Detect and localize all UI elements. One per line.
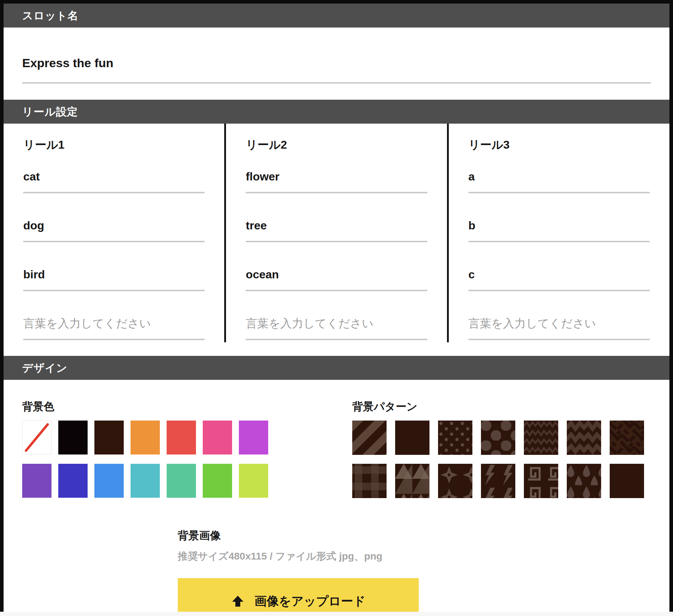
bg-color-swatch-indigo[interactable] bbox=[58, 464, 88, 498]
bg-pattern-swatch-zigzag-thin[interactable] bbox=[524, 421, 558, 455]
bg-pattern-swatch-solid[interactable] bbox=[395, 421, 429, 455]
background-image-hint: 推奨サイズ480x115 / ファイル形式 jpg、png bbox=[178, 550, 651, 563]
bg-color-swatch-pink[interactable] bbox=[203, 421, 232, 454]
bg-color-swatch-magenta[interactable] bbox=[239, 421, 268, 454]
slot-name-section bbox=[4, 28, 669, 100]
design-section: 背景色 背景パターン 背景画像 推奨サイズ480x115 / ファイル形式 jp… bbox=[4, 380, 669, 612]
upload-image-button[interactable]: 画像をアップロード bbox=[178, 578, 419, 612]
reel-word-input[interactable] bbox=[468, 219, 650, 242]
slot-editor-page: スロット名 リール設定 リール1リール2リール3 デザイン 背景色 背景パターン… bbox=[0, 0, 673, 612]
reel-settings-section: リール1リール2リール3 bbox=[4, 124, 669, 342]
bg-pattern-swatch-maze[interactable] bbox=[610, 421, 644, 455]
slot-name-section-title: スロット名 bbox=[22, 10, 79, 21]
slot-name-input[interactable] bbox=[22, 56, 651, 84]
reel-word-input[interactable] bbox=[23, 170, 205, 193]
reel-word-input[interactable] bbox=[246, 268, 427, 291]
background-image-block: 背景画像 推奨サイズ480x115 / ファイル形式 jpg、png 画像をアッ… bbox=[178, 530, 651, 612]
reel-word-input[interactable] bbox=[23, 219, 205, 242]
bg-pattern-swatch-solid-dark[interactable] bbox=[610, 464, 644, 498]
bg-pattern-swatch-shuriken[interactable] bbox=[438, 464, 472, 498]
background-color-grid bbox=[22, 421, 269, 498]
reel-column: リール1 bbox=[4, 124, 224, 342]
section-header-reels: リール設定 bbox=[4, 100, 669, 124]
section-header-design: デザイン bbox=[4, 356, 669, 380]
background-image-label: 背景画像 bbox=[178, 530, 651, 542]
reel-column-label: リール3 bbox=[468, 137, 650, 153]
bg-color-swatch-blue[interactable] bbox=[94, 464, 124, 498]
bg-color-swatch-teal[interactable] bbox=[131, 464, 160, 498]
section-header-slot-name: スロット名 bbox=[4, 4, 669, 28]
bg-color-swatch-black[interactable] bbox=[58, 421, 88, 454]
bg-pattern-swatch-zigzag-thick[interactable] bbox=[567, 421, 601, 455]
reel-word-input[interactable] bbox=[468, 170, 650, 193]
bg-pattern-swatch-raindrops[interactable] bbox=[567, 464, 601, 498]
background-pattern-block: 背景パターン bbox=[352, 401, 644, 498]
reel-word-input-empty[interactable] bbox=[468, 317, 650, 340]
bg-pattern-swatch-dots-large[interactable] bbox=[481, 421, 515, 455]
bg-pattern-swatch-dots-small[interactable] bbox=[438, 421, 472, 455]
bg-pattern-swatch-diagonal-stripes[interactable] bbox=[352, 421, 387, 455]
upload-arrow-icon bbox=[231, 595, 245, 608]
bg-color-swatch-lime[interactable] bbox=[239, 464, 268, 498]
bg-pattern-swatch-triangles[interactable] bbox=[395, 464, 429, 498]
reel-word-input[interactable] bbox=[468, 268, 650, 291]
reel-word-input-empty[interactable] bbox=[23, 317, 205, 340]
bg-pattern-swatch-plaid[interactable] bbox=[352, 464, 387, 498]
background-pattern-grid bbox=[352, 421, 644, 498]
bg-color-swatch-orange[interactable] bbox=[131, 421, 160, 454]
reel-column-label: リール2 bbox=[246, 137, 427, 153]
reel-column: リール2 bbox=[224, 124, 447, 342]
reel-column: リール3 bbox=[447, 124, 669, 342]
reel-word-input-empty[interactable] bbox=[246, 317, 427, 340]
bg-color-swatch-red[interactable] bbox=[167, 421, 196, 454]
design-section-title: デザイン bbox=[22, 362, 68, 374]
bg-color-swatch-purple[interactable] bbox=[22, 464, 51, 498]
background-pattern-label: 背景パターン bbox=[352, 401, 644, 413]
bg-color-swatch-sea-green[interactable] bbox=[167, 464, 196, 498]
background-color-block: 背景色 bbox=[22, 401, 269, 498]
bg-color-swatch-dark-brown[interactable] bbox=[94, 421, 124, 454]
reels-section-title: リール設定 bbox=[22, 106, 78, 118]
reel-column-label: リール1 bbox=[23, 137, 205, 153]
bg-color-swatch-none[interactable] bbox=[22, 421, 51, 454]
bg-color-swatch-green[interactable] bbox=[203, 464, 232, 498]
bg-pattern-swatch-lightning[interactable] bbox=[481, 464, 515, 498]
reel-word-input[interactable] bbox=[246, 170, 427, 193]
background-color-label: 背景色 bbox=[22, 401, 269, 413]
reel-word-input[interactable] bbox=[23, 268, 205, 291]
reel-word-input[interactable] bbox=[246, 219, 427, 242]
upload-button-label: 画像をアップロード bbox=[255, 593, 366, 610]
bg-pattern-swatch-greek-key[interactable] bbox=[524, 464, 558, 498]
